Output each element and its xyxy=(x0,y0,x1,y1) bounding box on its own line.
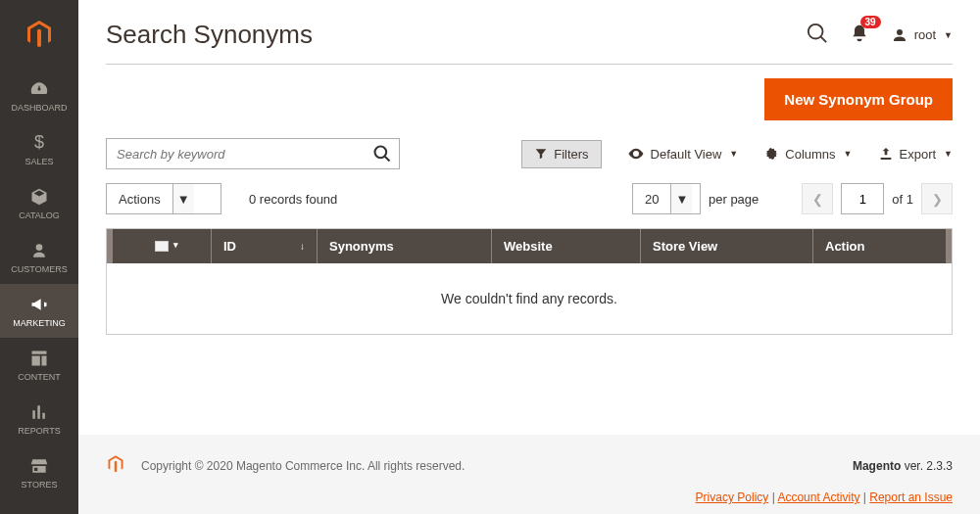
megaphone-icon xyxy=(29,295,49,314)
sidebar-label: CATALOG xyxy=(19,210,60,220)
product-name: Magento xyxy=(853,459,901,473)
storefront-icon xyxy=(29,456,49,476)
records-found: 0 records found xyxy=(249,192,337,207)
columns-label: Columns xyxy=(785,147,835,162)
col-label: Website xyxy=(504,239,553,254)
col-label: ID xyxy=(223,239,236,254)
data-grid: ID ↓ Synonyms Website Store View Action … xyxy=(106,228,953,335)
sidebar-label: DASHBOARD xyxy=(11,103,67,113)
footer-copyright: Copyright © 2020 Magento Commerce Inc. A… xyxy=(141,459,845,473)
column-id[interactable]: ID ↓ xyxy=(211,229,317,263)
eye-icon xyxy=(627,145,645,163)
chevron-down-icon: ▼ xyxy=(729,149,738,159)
magento-logo-icon xyxy=(106,454,125,474)
cube-icon xyxy=(29,187,49,207)
user-name: root xyxy=(914,27,936,42)
table-empty-message: We couldn't find any records. xyxy=(107,263,952,334)
sidebar-label: CONTENT xyxy=(18,372,61,382)
chevron-down-icon: ▼ xyxy=(172,184,194,213)
footer: Copyright © 2020 Magento Commerce Inc. A… xyxy=(78,435,980,514)
default-view-button[interactable]: Default View ▼ xyxy=(627,145,739,163)
person-icon xyxy=(29,241,49,260)
table-header: ID ↓ Synonyms Website Store View Action xyxy=(107,229,952,263)
notifications-button[interactable]: 39 xyxy=(850,23,869,46)
col-label: Action xyxy=(825,239,864,254)
action-bar: New Synonym Group xyxy=(106,64,953,138)
col-label: Store View xyxy=(653,239,717,254)
actions-label: Actions xyxy=(107,192,172,207)
sidebar-item-sales[interactable]: $ SALES xyxy=(0,122,78,176)
col-label: Synonyms xyxy=(329,239,394,254)
search-button[interactable] xyxy=(807,23,828,47)
sidebar-item-dashboard[interactable]: DASHBOARD xyxy=(0,69,78,122)
gauge-icon xyxy=(29,79,49,99)
version-string: ver. 2.3.3 xyxy=(901,459,953,473)
gear-icon xyxy=(763,146,779,162)
actions-select[interactable]: Actions ▼ xyxy=(106,183,221,214)
bar-chart-icon xyxy=(29,402,49,422)
column-action: Action xyxy=(812,229,946,263)
columns-button[interactable]: Columns ▼ xyxy=(763,146,852,162)
sidebar-label: SALES xyxy=(24,157,53,166)
grid-controls: Actions ▼ 0 records found 20 ▼ per page … xyxy=(106,183,953,214)
magento-logo[interactable] xyxy=(0,0,78,69)
notification-badge: 39 xyxy=(860,16,881,28)
export-label: Export xyxy=(900,147,937,162)
chevron-right-icon: ❯ xyxy=(932,192,943,207)
upload-icon xyxy=(878,146,894,162)
sidebar-item-customers[interactable]: CUSTOMERS xyxy=(0,230,78,284)
sidebar-label: CUSTOMERS xyxy=(11,264,67,274)
page-of: of 1 xyxy=(892,192,913,207)
dollar-icon: $ xyxy=(29,133,49,153)
search-icon xyxy=(372,144,392,164)
column-synonyms[interactable]: Synonyms xyxy=(317,229,491,263)
sidebar-item-reports[interactable]: REPORTS xyxy=(0,392,78,445)
view-label: Default View xyxy=(651,147,722,162)
account-activity-link[interactable]: Account Activity xyxy=(777,491,859,504)
search-box xyxy=(106,138,400,169)
funnel-icon xyxy=(534,147,548,161)
sidebar-item-content[interactable]: CONTENT xyxy=(0,338,78,392)
page-input[interactable] xyxy=(841,183,884,214)
sidebar-label: MARKETING xyxy=(13,318,66,328)
sort-desc-icon: ↓ xyxy=(300,241,305,252)
search-icon xyxy=(807,23,828,44)
user-menu[interactable]: root ▼ xyxy=(891,26,953,44)
footer-links: Privacy Policy | Account Activity | Repo… xyxy=(106,491,953,504)
export-button[interactable]: Export ▼ xyxy=(878,146,954,162)
chevron-down-icon: ▼ xyxy=(670,184,692,213)
per-page-label: per page xyxy=(709,192,759,207)
sidebar-item-marketing[interactable]: MARKETING xyxy=(0,284,78,338)
filters-button[interactable]: Filters xyxy=(521,140,601,168)
page-title: Search Synonyms xyxy=(106,20,807,50)
magento-logo-icon xyxy=(24,19,55,50)
prev-page-button[interactable]: ❮ xyxy=(802,183,833,214)
user-icon xyxy=(891,26,908,44)
search-submit[interactable] xyxy=(366,139,399,168)
toolbar: Filters Default View ▼ Columns ▼ Export … xyxy=(106,138,953,169)
search-input[interactable] xyxy=(107,147,366,162)
chevron-down-icon: ▼ xyxy=(944,149,953,159)
column-website[interactable]: Website xyxy=(491,229,640,263)
magento-footer-logo xyxy=(106,454,125,477)
select-all-column[interactable] xyxy=(113,229,211,263)
chevron-left-icon: ❮ xyxy=(812,192,823,207)
privacy-policy-link[interactable]: Privacy Policy xyxy=(696,491,769,504)
page-header: Search Synonyms 39 root ▼ xyxy=(78,0,980,64)
sidebar-item-stores[interactable]: STORES xyxy=(0,445,78,499)
next-page-button[interactable]: ❯ xyxy=(921,183,953,214)
filters-label: Filters xyxy=(554,147,588,162)
column-store-view[interactable]: Store View xyxy=(640,229,812,263)
report-issue-link[interactable]: Report an Issue xyxy=(869,491,953,504)
footer-version: Magento ver. 2.3.3 xyxy=(853,459,953,473)
sidebar-item-catalog[interactable]: CATALOG xyxy=(0,176,78,230)
per-page-value: 20 xyxy=(633,192,670,207)
new-synonym-group-button[interactable]: New Synonym Group xyxy=(764,78,953,120)
checkbox-icon xyxy=(155,241,169,252)
per-page-select[interactable]: 20 ▼ xyxy=(632,183,701,214)
layout-icon xyxy=(29,349,49,368)
sidebar: DASHBOARD $ SALES CATALOG CUSTOMERS MARK… xyxy=(0,0,78,514)
chevron-down-icon: ▼ xyxy=(844,149,853,159)
sidebar-label: STORES xyxy=(22,480,58,490)
sidebar-label: REPORTS xyxy=(18,426,60,436)
